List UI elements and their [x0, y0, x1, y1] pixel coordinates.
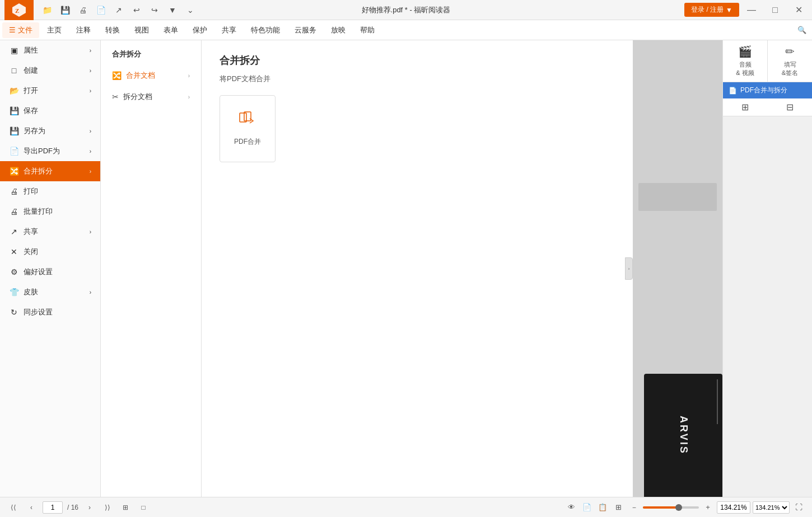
print-icon[interactable]: 🖨	[75, 2, 91, 18]
zoom-preset-select[interactable]: 134.21% 100% 75% 50% 150% 200%	[753, 501, 790, 514]
view-mode-icon1[interactable]: 👁	[564, 501, 578, 514]
menu-protect-label: 保护	[193, 25, 207, 35]
sidebar-item-saveas[interactable]: 💾 另存为 ›	[0, 121, 100, 141]
sync-icon: ↻	[9, 308, 19, 317]
pdf-preview-sidebar: ARVIS	[633, 40, 722, 497]
next-page-button[interactable]: ›	[83, 501, 96, 514]
menu-convert-label: 转换	[105, 25, 120, 35]
sidebar-label-mergesplit: 合并拆分	[24, 166, 53, 176]
save-icon[interactable]: 💾	[57, 2, 73, 18]
main-layout: ▣ 属性 › □ 创建 › 📂 打开 › 💾 保存 💾 另存为 › 📄 导出PD…	[0, 40, 812, 497]
mergedoc-icon: 🔀	[112, 71, 122, 80]
pdf-thumbnail-block	[638, 183, 717, 211]
audio-video-button[interactable]: 🎬 音频 & 视频	[723, 40, 768, 82]
single-page-view-button[interactable]: □	[137, 501, 150, 514]
zoom-out-button[interactable]: －	[627, 501, 641, 514]
menu-item-play[interactable]: 放映	[324, 22, 352, 38]
sidebar-item-open[interactable]: 📂 打开 ›	[0, 81, 100, 101]
menu-item-table[interactable]: 表单	[157, 22, 185, 38]
page-number-input[interactable]	[43, 501, 63, 514]
menu-item-cloud[interactable]: 云服务	[288, 22, 323, 38]
login-button[interactable]: 登录 / 注册 ▼	[684, 3, 739, 17]
view-mode-icon4[interactable]: ⊞	[612, 501, 625, 514]
menu-item-convert[interactable]: 转换	[99, 22, 127, 38]
menu-item-home[interactable]: 主页	[40, 22, 68, 38]
new-doc-icon[interactable]: 📄	[93, 2, 109, 18]
menu-item-file[interactable]: ☰ 文件	[2, 22, 39, 38]
share-icon[interactable]: ↗	[111, 2, 127, 18]
zoom-slider-thumb[interactable]	[675, 504, 682, 511]
product-text-arvis: ARVIS	[678, 416, 689, 455]
pdf-merge-banner[interactable]: 📄 PDF合并与拆分	[723, 82, 812, 98]
zoom-value-input[interactable]	[717, 501, 750, 514]
sidebar-item-sync[interactable]: ↻ 同步设置	[0, 302, 100, 322]
open-icon: 📂	[9, 86, 19, 95]
grid-view-button[interactable]: ⊞	[723, 98, 768, 116]
create-icon: □	[9, 66, 19, 75]
view-mode-icon3[interactable]: 📋	[596, 501, 609, 514]
sidebar-item-skin[interactable]: 👕 皮肤 ›	[0, 282, 100, 302]
close-button[interactable]: ✕	[787, 2, 810, 18]
sidebar-item-create[interactable]: □ 创建 ›	[0, 60, 100, 81]
page-separator: / 16	[67, 504, 78, 511]
last-page-button[interactable]: ⟩⟩	[101, 501, 114, 514]
arrow-icon8: ›	[90, 289, 91, 295]
view-mode-icon2[interactable]: 📄	[580, 501, 594, 514]
fill-sign-button[interactable]: ✏ 填写 &签名	[768, 40, 812, 82]
zoom-in-button[interactable]: +	[701, 501, 715, 514]
svg-text:Z: Z	[15, 7, 19, 14]
sidebar-item-share[interactable]: ↗ 共享 ›	[0, 222, 100, 242]
pdf-merge-card-label: PDF合并	[234, 137, 261, 147]
menu-annotation-label: 注释	[76, 25, 91, 35]
zoom-slider[interactable]	[643, 506, 699, 509]
multi-page-view-button[interactable]: ⊞	[119, 501, 132, 514]
bottom-tools: 👁 📄 📋 ⊞ － + 134.21% 100% 75% 50% 150% 20…	[564, 501, 805, 514]
app-logo: Z	[4, 0, 34, 20]
title-bar-left: Z 📁 💾 🖨 📄 ↗ ↩ ↪ ▼ ⌄	[0, 0, 200, 20]
menu-item-feature[interactable]: 特色功能	[244, 22, 287, 38]
right-panel-top-buttons: 🎬 音频 & 视频 ✏ 填写 &签名	[723, 40, 812, 82]
sidebar-item-exportpdf[interactable]: 📄 导出PDF为 ›	[0, 141, 100, 161]
menu-home-label: 主页	[47, 25, 62, 35]
menu-feature-label: 特色功能	[251, 25, 280, 35]
menu-file-label: 文件	[18, 25, 32, 35]
menu-item-help[interactable]: 帮助	[353, 22, 381, 38]
maximize-button[interactable]: □	[764, 2, 786, 18]
undo-icon[interactable]: ↩	[129, 2, 144, 18]
sidebar-item-print[interactable]: 🖨 打印	[0, 181, 100, 201]
content-area: 合并拆分 将PDF文档合并 PDF合并 ARVIS	[202, 40, 722, 497]
dropdown-icon[interactable]: ⌄	[183, 2, 198, 18]
menu-item-annotation[interactable]: 注释	[69, 22, 97, 38]
print-sidebar-icon: 🖨	[9, 187, 19, 196]
fullscreen-button[interactable]: ⛶	[792, 501, 805, 514]
sidebar-item-batchprint[interactable]: 🖨 批量打印	[0, 201, 100, 222]
sidebar-item-close[interactable]: ✕ 关闭	[0, 242, 100, 262]
product-image-preview: ARVIS	[644, 374, 722, 497]
first-page-button[interactable]: ⟨⟨	[7, 501, 20, 514]
submenu-item-mergedoc[interactable]: 🔀 合并文档 ›	[101, 65, 201, 86]
prev-page-button[interactable]: ‹	[25, 501, 38, 514]
submenu-title: 合并拆分	[101, 40, 201, 65]
menu-item-protect[interactable]: 保护	[186, 22, 214, 38]
open-folder-icon[interactable]: 📁	[39, 2, 55, 18]
fill-sign-label: 填写 &签名	[782, 60, 798, 77]
sidebar-item-save[interactable]: 💾 保存	[0, 101, 100, 121]
right-panel-collapse-btn[interactable]: ›	[625, 257, 633, 280]
menu-item-share[interactable]: 共享	[215, 22, 243, 38]
menu-item-view[interactable]: 视图	[128, 22, 156, 38]
close-sidebar-icon: ✕	[9, 247, 19, 256]
login-label: 登录 / 注册	[691, 5, 724, 15]
pdf-merge-card-icon	[239, 111, 256, 133]
search-button[interactable]: 🔍	[794, 22, 810, 38]
minimize-button[interactable]: —	[740, 2, 763, 18]
list-view-button[interactable]: ⊟	[768, 98, 813, 116]
mergesplit-icon: 🔀	[9, 167, 19, 176]
redo-icon[interactable]: ↪	[147, 2, 162, 18]
sidebar-item-preferences[interactable]: ⚙ 偏好设置	[0, 262, 100, 282]
submenu-item-splitdoc[interactable]: ✂ 拆分文档 ›	[101, 86, 201, 107]
pdf-merge-card[interactable]: PDF合并	[220, 95, 276, 162]
pdf-merge-banner-label: PDF合并与拆分	[740, 86, 787, 95]
more-icon[interactable]: ▼	[165, 2, 180, 18]
sidebar-item-mergesplit[interactable]: 🔀 合并拆分 ›	[0, 161, 100, 181]
sidebar-item-properties[interactable]: ▣ 属性 ›	[0, 40, 100, 60]
